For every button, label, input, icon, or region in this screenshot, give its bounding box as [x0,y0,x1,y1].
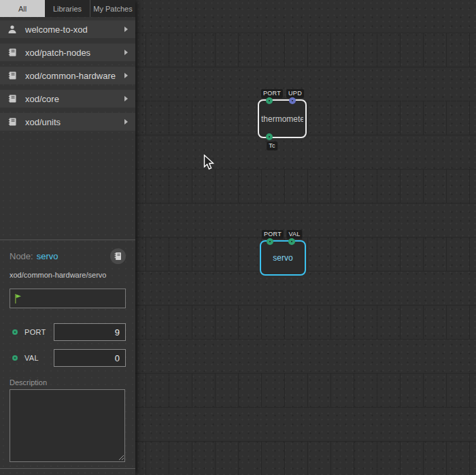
pin-name: PORT [24,328,46,336]
book-icon [7,117,17,127]
chevron-right-icon[interactable] [124,73,128,78]
pin-val[interactable] [288,238,295,245]
inspector-row-val: VAL [10,349,126,367]
pin-label-val: VAL [286,230,302,239]
browser-item-label: xod/units [25,117,61,127]
tab-all[interactable]: All [0,0,45,17]
chevron-right-icon[interactable] [124,96,128,101]
pin-type-icon [12,355,18,361]
book-icon [7,48,17,57]
val-value-input[interactable] [54,349,126,367]
browser-item-welcome-to-xod[interactable]: welcome-to-xod [0,20,135,38]
pin-label-port: PORT [261,89,283,98]
book-icon [7,94,17,103]
browser-item-xod-units[interactable]: xod/units [0,113,135,131]
inspector-node-label: Node: [10,251,33,261]
browser-item-label: welcome-to-xod [25,24,88,35]
browser-item-xod-common-hardware[interactable]: xod/common-hardware [0,67,135,84]
description-textarea[interactable] [10,389,125,462]
chevron-right-icon[interactable] [124,50,128,55]
notebook-icon [114,252,122,261]
xod-ide-window: PORT UPD thermomete… Tc PORT VAL servo A… [0,0,476,475]
green-flag-icon [14,293,22,304]
sidebar: All Libraries My Patches welcome-to-xod … [0,0,135,475]
pin-port[interactable] [267,238,273,245]
pin-label-upd: UPD [286,89,304,98]
user-icon [7,24,17,34]
pin-label-tc: Tc [267,142,277,150]
node-path: xod/common-hardware/servo [10,271,126,279]
node-label: servo [273,253,292,263]
patch-canvas[interactable]: PORT UPD thermomete… Tc PORT VAL servo [135,0,476,475]
inspector-row-port: PORT [10,323,126,341]
inspector-panel: Node: servo xod/common-hardware/servo PO… [0,240,135,475]
canvas-grid-vertical-lines [135,0,476,475]
description-area [10,389,126,462]
inspector-node-name-link[interactable]: servo [37,251,58,261]
tab-my-patches[interactable]: My Patches [90,0,135,17]
pin-type-icon [12,329,18,335]
browser-item-xod-core[interactable]: xod/core [0,90,135,108]
project-browser-tabbar: All Libraries My Patches [0,0,135,17]
pin-upd[interactable] [289,97,296,104]
pin-tc[interactable] [266,133,273,140]
canvas-grid-horizontal-lines [135,0,476,475]
chevron-right-icon[interactable] [124,119,128,125]
book-icon [7,71,17,80]
mouse-cursor-icon [203,154,215,171]
browser-item-label: xod/patch-nodes [25,48,90,58]
resize-grip-icon[interactable] [118,455,124,461]
tab-libraries[interactable]: Libraries [45,0,90,17]
node-label-input[interactable] [10,289,126,308]
browser-item-label: xod/common-hardware [25,71,116,81]
browser-item-label: xod/core [25,94,59,104]
browser-item-xod-patch-nodes[interactable]: xod/patch-nodes [0,44,135,61]
pin-name: VAL [24,354,39,362]
project-browser: welcome-to-xod xod/patch-nodes xod/commo… [0,17,135,131]
node-label: thermomete… [261,114,303,124]
pin-label-port: PORT [262,230,284,239]
inspector-bottom-divider [0,468,135,469]
inspector-header: Node: servo [10,248,126,264]
help-docs-button[interactable] [110,248,126,264]
port-value-input[interactable] [54,323,126,341]
node-servo[interactable]: PORT VAL servo [260,240,306,276]
node-thermometer[interactable]: PORT UPD thermomete… Tc [258,99,307,138]
pin-port[interactable] [266,97,273,104]
description-label: Description [10,378,126,387]
chevron-right-icon[interactable] [124,27,128,32]
